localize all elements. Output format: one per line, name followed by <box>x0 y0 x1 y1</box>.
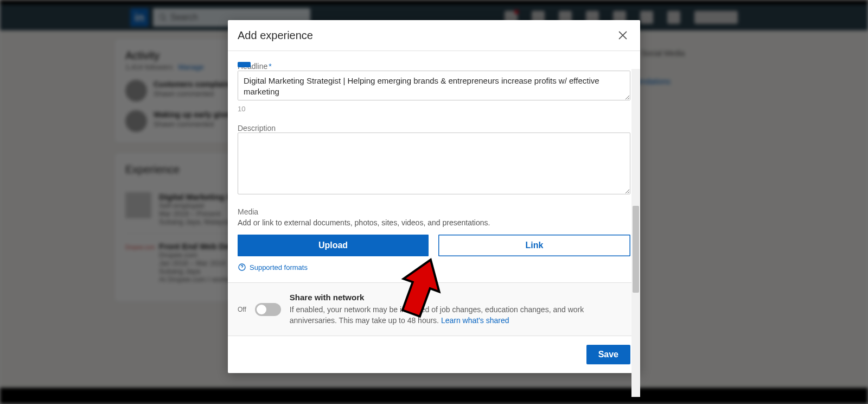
share-title: Share with network <box>290 293 365 302</box>
share-description: If enabled, your network may be informed… <box>290 305 630 326</box>
supported-formats-label: Supported formats <box>250 263 308 272</box>
modal-scrollbar[interactable] <box>631 69 640 397</box>
upload-button[interactable]: Upload <box>238 235 429 256</box>
modal-footer: Save <box>228 336 640 373</box>
link-button[interactable]: Link <box>438 235 630 256</box>
modal-header: Add experience <box>228 20 640 51</box>
headline-label: Headline* <box>238 62 630 71</box>
modal-title: Add experience <box>238 29 313 42</box>
toggle-state-label: Off <box>238 306 246 313</box>
learn-whats-shared-link[interactable]: Learn what's shared <box>441 316 509 325</box>
share-network-section: Off Share with network If enabled, your … <box>228 282 640 336</box>
close-button[interactable] <box>615 28 630 43</box>
description-label: Description <box>238 124 630 132</box>
help-icon <box>238 263 246 272</box>
description-input[interactable] <box>238 132 630 194</box>
headline-input[interactable] <box>238 71 630 100</box>
media-label: Media <box>238 207 630 216</box>
add-experience-modal: Add experience Headline* 10 Description … <box>228 20 640 373</box>
currently-working-toggle[interactable] <box>238 62 251 67</box>
scrollbar-thumb[interactable] <box>633 206 639 293</box>
media-help-text: Add or link to external documents, photo… <box>238 218 630 227</box>
supported-formats-link[interactable]: Supported formats <box>238 263 630 272</box>
save-button[interactable]: Save <box>586 345 630 364</box>
share-network-toggle[interactable] <box>255 303 281 316</box>
headline-counter: 10 <box>238 105 630 113</box>
close-icon <box>617 29 629 41</box>
modal-body: Headline* 10 Description Media Add or li… <box>228 62 640 282</box>
